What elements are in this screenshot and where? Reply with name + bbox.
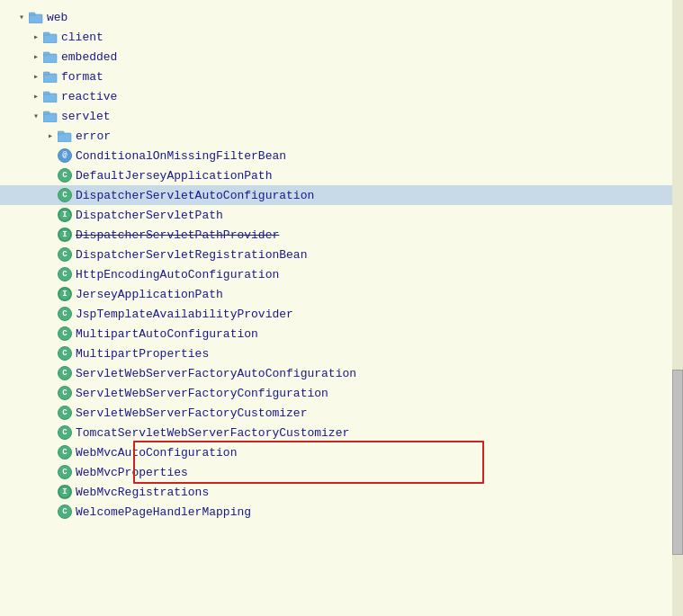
expand-arrow[interactable]	[29, 71, 43, 82]
tree-item-format[interactable]: format	[0, 67, 683, 86]
svg-rect-6	[43, 74, 57, 83]
tree-item-JspTemplateAvailabilityProvider[interactable]: CJspTemplateAvailabilityProvider	[0, 304, 683, 324]
folder-icon	[43, 90, 58, 103]
class-badge: C	[58, 267, 72, 281]
item-label-format: format	[61, 70, 103, 84]
svg-rect-9	[43, 92, 49, 94]
tree-item-WebMvcRegistrations[interactable]: IWebMvcRegistrations	[0, 482, 683, 502]
item-label-error: error	[76, 129, 111, 143]
tree-item-client[interactable]: client	[0, 27, 683, 47]
interface-badge: I	[58, 208, 72, 222]
class-badge: C	[58, 168, 72, 183]
folder-icon	[43, 110, 58, 122]
item-label-DispatcherServletAutoConfiguration: DispatcherServletAutoConfiguration	[76, 189, 314, 202]
expand-arrow[interactable]	[29, 31, 43, 42]
class-badge: C	[58, 425, 72, 440]
tree-item-WelcomePageHandlerMapping[interactable]: CWelcomePageHandlerMapping	[0, 502, 683, 522]
folder-icon	[43, 70, 58, 83]
item-label-MultipartProperties: MultipartProperties	[76, 347, 209, 361]
folder-icon	[43, 50, 58, 63]
item-label-ServletWebServerFactoryCustomizer: ServletWebServerFactoryCustomizer	[76, 406, 307, 420]
item-label-ServletWebServerFactoryConfiguration: ServletWebServerFactoryConfiguration	[76, 387, 328, 400]
svg-rect-0	[29, 14, 42, 23]
tree-item-DispatcherServletPath[interactable]: IDispatcherServletPath	[0, 205, 683, 225]
interface-badge: I	[58, 228, 72, 242]
class-badge: C	[58, 326, 72, 341]
tree-item-reactive[interactable]: reactive	[0, 86, 683, 106]
class-badge: C	[58, 386, 72, 400]
item-label-WebMvcAutoConfiguration: WebMvcAutoConfiguration	[76, 446, 237, 460]
tree-item-DefaultJerseyApplicationPath[interactable]: CDefaultJerseyApplicationPath	[0, 165, 683, 185]
class-badge: C	[58, 247, 72, 262]
item-label-ConditionalOnMissingFilterBean: ConditionalOnMissingFilterBean	[76, 149, 286, 163]
svg-rect-2	[43, 34, 57, 43]
item-label-web: web	[47, 11, 67, 24]
tree-list: web client embedded format reactive serv…	[0, 7, 683, 522]
svg-rect-8	[43, 94, 57, 103]
tree-item-web[interactable]: web	[0, 7, 683, 27]
annotation-badge: @	[58, 148, 72, 163]
item-label-DispatcherServletPathProvider: DispatcherServletPathProvider	[76, 228, 279, 242]
tree-container[interactable]: web client embedded format reactive serv…	[0, 0, 683, 616]
expand-arrow[interactable]	[29, 51, 43, 62]
class-badge: C	[58, 465, 72, 479]
tree-item-servlet[interactable]: servlet	[0, 106, 683, 126]
item-label-DispatcherServletRegistrationBean: DispatcherServletRegistrationBean	[76, 248, 307, 262]
class-badge: C	[58, 346, 72, 361]
tree-item-JerseyApplicationPath[interactable]: IJerseyApplicationPath	[0, 284, 683, 304]
tree-item-ServletWebServerFactoryAutoConfiguration[interactable]: CServletWebServerFactoryAutoConfiguratio…	[0, 363, 683, 383]
tree-item-DispatcherServletAutoConfiguration[interactable]: CDispatcherServletAutoConfiguration	[0, 185, 683, 205]
item-label-client: client	[61, 31, 103, 44]
svg-rect-3	[43, 32, 49, 35]
item-label-servlet: servlet	[61, 110, 111, 123]
collapse-arrow[interactable]	[29, 111, 43, 121]
item-label-JerseyApplicationPath: JerseyApplicationPath	[76, 288, 223, 301]
item-label-ServletWebServerFactoryAutoConfiguration: ServletWebServerFactoryAutoConfiguration	[76, 367, 356, 380]
expand-arrow[interactable]	[43, 130, 58, 141]
svg-rect-13	[58, 131, 64, 134]
tree-item-TomcatServletWebServerFactoryCustomizer[interactable]: CTomcatServletWebServerFactoryCustomizer	[0, 423, 683, 442]
tree-item-DispatcherServletRegistrationBean[interactable]: CDispatcherServletRegistrationBean	[0, 245, 683, 264]
item-label-WebMvcRegistrations: WebMvcRegistrations	[76, 486, 209, 499]
tree-item-ServletWebServerFactoryCustomizer[interactable]: CServletWebServerFactoryCustomizer	[0, 403, 683, 423]
item-label-reactive: reactive	[61, 90, 117, 103]
scrollbar-thumb[interactable]	[672, 370, 683, 555]
class-badge: C	[58, 307, 72, 321]
tree-item-MultipartProperties[interactable]: CMultipartProperties	[0, 344, 683, 363]
item-label-MultipartAutoConfiguration: MultipartAutoConfiguration	[76, 327, 258, 341]
tree-item-HttpEncodingAutoConfiguration[interactable]: CHttpEncodingAutoConfiguration	[0, 264, 683, 284]
item-label-WelcomePageHandlerMapping: WelcomePageHandlerMapping	[76, 505, 251, 519]
folder-icon	[29, 11, 43, 23]
svg-rect-10	[43, 113, 57, 122]
tree-item-error[interactable]: error	[0, 126, 683, 146]
class-badge: C	[58, 406, 72, 420]
svg-rect-11	[43, 112, 49, 114]
item-label-HttpEncodingAutoConfiguration: HttpEncodingAutoConfiguration	[76, 268, 279, 281]
item-label-JspTemplateAvailabilityProvider: JspTemplateAvailabilityProvider	[76, 308, 293, 321]
svg-rect-7	[43, 72, 49, 75]
tree-item-ConditionalOnMissingFilterBean[interactable]: @ConditionalOnMissingFilterBean	[0, 146, 683, 165]
collapse-arrow[interactable]	[14, 12, 29, 22]
tree-item-WebMvcProperties[interactable]: CWebMvcProperties	[0, 462, 683, 482]
expand-arrow[interactable]	[29, 91, 43, 102]
svg-rect-12	[58, 133, 71, 142]
class-badge: C	[58, 504, 72, 519]
svg-rect-5	[43, 52, 49, 55]
class-badge: C	[58, 188, 72, 202]
svg-rect-1	[29, 13, 35, 15]
scrollbar[interactable]	[672, 0, 683, 616]
tree-item-embedded[interactable]: embedded	[0, 47, 683, 67]
item-label-WebMvcProperties: WebMvcProperties	[76, 466, 188, 479]
folder-icon	[58, 129, 72, 142]
item-label-embedded: embedded	[61, 50, 117, 64]
tree-item-WebMvcAutoConfiguration[interactable]: CWebMvcAutoConfiguration	[0, 442, 683, 462]
item-label-DispatcherServletPath: DispatcherServletPath	[76, 209, 223, 222]
item-label-DefaultJerseyApplicationPath: DefaultJerseyApplicationPath	[76, 169, 272, 183]
svg-rect-4	[43, 54, 57, 63]
tree-item-DispatcherServletPathProvider[interactable]: IDispatcherServletPathProvider	[0, 225, 683, 245]
interface-badge: I	[58, 485, 72, 499]
tree-item-ServletWebServerFactoryConfiguration[interactable]: CServletWebServerFactoryConfiguration	[0, 383, 683, 403]
tree-item-MultipartAutoConfiguration[interactable]: CMultipartAutoConfiguration	[0, 324, 683, 344]
interface-badge: I	[58, 287, 72, 301]
class-badge: C	[58, 366, 72, 380]
